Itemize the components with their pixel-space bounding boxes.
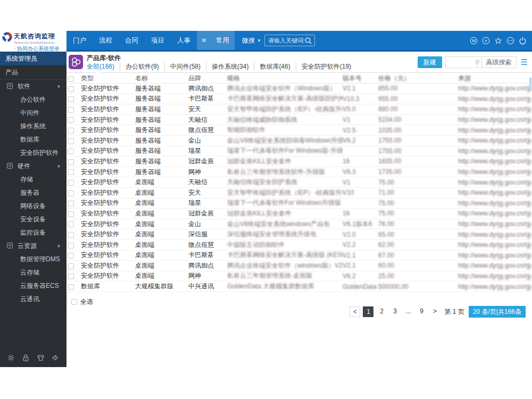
- sidebar-group-云资源[interactable]: 云资源▼: [0, 239, 66, 253]
- gear-icon[interactable]: [7, 354, 15, 362]
- table-row: 安全防护软件服务器端卡巴斯基卡巴斯基网络安全解决方案-高级版防护(KESB-AD…: [68, 94, 531, 104]
- cell-brand: 深信服: [188, 229, 227, 240]
- page-button-1[interactable]: 1: [363, 306, 373, 317]
- search-icon[interactable]: [304, 37, 312, 45]
- cell-source: http://www.dyrjg.gov.cn/rjjg/: [458, 219, 531, 229]
- tab-办公软件(9)[interactable]: 办公软件(9): [120, 62, 164, 71]
- row-checkbox[interactable]: [68, 117, 74, 123]
- row-checkbox[interactable]: [68, 148, 74, 154]
- nav-item-流程[interactable]: 流程: [93, 31, 119, 50]
- shirt-icon[interactable]: [37, 354, 45, 362]
- table-row: 安全防护软件服务器端安天安天智甲终端防护系统（IEP）-经典版升级包V5.088…: [68, 104, 531, 115]
- global-search-input[interactable]: [268, 37, 304, 44]
- row-checkbox[interactable]: [68, 211, 74, 217]
- sidebar-item-操作系统[interactable]: 操作系统: [0, 120, 66, 133]
- row-checkbox[interactable]: [68, 243, 74, 248]
- tab-中间件(58)[interactable]: 中间件(58): [164, 62, 206, 71]
- cell-price: 855.00: [378, 84, 458, 94]
- sidebar-section-product[interactable]: 产品: [0, 65, 66, 80]
- tab-全部(166)[interactable]: 全部(166): [87, 62, 120, 71]
- nav-item-合同[interactable]: 合同: [119, 31, 145, 50]
- table-row: 安全防护软件服务器端腾讯御点腾讯企业终端安全软件（Windows版）V2.185…: [68, 84, 531, 94]
- row-checkbox[interactable]: [68, 180, 74, 186]
- sidebar-item-服务器[interactable]: 服务器: [0, 186, 66, 200]
- row-checkbox[interactable]: [68, 232, 74, 238]
- sidebar-item-云通讯[interactable]: 云通讯: [0, 293, 66, 306]
- page-button-3[interactable]: 3: [389, 306, 400, 317]
- row-checkbox-cell: [68, 135, 81, 146]
- tab-数据库(46)[interactable]: 数据库(46): [254, 62, 295, 71]
- cell-name: 服务器端: [135, 156, 188, 167]
- row-checkbox[interactable]: [68, 221, 74, 227]
- star-icon[interactable]: [494, 37, 502, 45]
- scrollbar-thumb[interactable]: [529, 77, 531, 91]
- column-header-规格: 规格: [227, 74, 343, 84]
- tab-安全防护软件(19)[interactable]: 安全防护软件(19): [296, 62, 356, 71]
- cell-source: http://www.dyrjg.gov.cn/rjjg/: [458, 135, 531, 146]
- sidebar-group-软件[interactable]: 软件▼: [0, 80, 66, 93]
- cell-type: 安全防护软件: [81, 104, 135, 115]
- row-checkbox[interactable]: [68, 138, 74, 144]
- cell-type: 安全防护软件: [81, 229, 135, 240]
- m-circle-icon[interactable]: M: [470, 37, 478, 45]
- nav-item-项目[interactable]: 项目: [145, 31, 171, 50]
- list-view-icon[interactable]: ☰: [521, 56, 528, 68]
- sidebar-item-数据库[interactable]: 数据库: [0, 133, 66, 146]
- sidebar-item-数据管理DMS[interactable]: 数据管理DMS: [0, 253, 66, 266]
- cell-spec: 金山V8终端安全系统防病毒Windows升级服务: [227, 135, 343, 146]
- row-checkbox[interactable]: [68, 107, 74, 113]
- wesearch-dropdown[interactable]: 微搜 ▼: [242, 36, 261, 45]
- sidebar-item-安全设备[interactable]: 安全设备: [0, 213, 66, 226]
- row-checkbox[interactable]: [68, 169, 74, 175]
- hamburger-menu-icon[interactable]: ≡: [197, 31, 211, 50]
- row-checkbox[interactable]: [68, 201, 74, 206]
- table-search-input[interactable]: [446, 59, 473, 65]
- page-button-...[interactable]: ...: [403, 306, 413, 317]
- table-row: 安全防护软件服务器端冠群金辰冠群金辰KILL安全套件161635.00http:…: [68, 156, 531, 167]
- e-circle-icon[interactable]: e: [482, 37, 490, 45]
- row-checkbox[interactable]: [68, 128, 74, 134]
- more-circle-icon[interactable]: [506, 37, 514, 45]
- row-checkbox[interactable]: [68, 273, 74, 279]
- row-checkbox[interactable]: [68, 263, 74, 269]
- tab-操作系统(34)[interactable]: 操作系统(34): [206, 62, 254, 71]
- sidebar-group-硬件[interactable]: 硬件▼: [0, 160, 66, 173]
- sidebar-item-网络设备[interactable]: 网络设备: [0, 200, 66, 213]
- jump-current-page[interactable]: 1: [453, 308, 456, 315]
- table-row: 安全防护软件桌面端冠群金辰冠群金辰KILL安全套件1675.00http://w…: [68, 209, 531, 219]
- header-checkbox[interactable]: [68, 76, 74, 82]
- new-button[interactable]: 新建: [418, 56, 442, 68]
- sidebar-item-云存储[interactable]: 云存储: [0, 266, 66, 279]
- advanced-search-button[interactable]: 高级搜索: [482, 56, 517, 68]
- speaker-icon[interactable]: [52, 354, 60, 362]
- next-page-button[interactable]: >: [429, 306, 440, 317]
- sidebar-item-存储[interactable]: 存储: [0, 173, 66, 186]
- lock-icon[interactable]: [22, 354, 30, 362]
- page-size-badge[interactable]: 20 条/页|共166条: [469, 306, 526, 318]
- nav-item-人事[interactable]: 人事: [171, 31, 197, 50]
- cell-price: 75.00: [378, 198, 458, 209]
- select-all-checkbox[interactable]: [71, 299, 77, 305]
- sidebar-item-中间件[interactable]: 中间件: [0, 106, 66, 120]
- cell-type: 安全防护软件: [81, 209, 135, 219]
- cell-source: http://www.dyrjg.gov.cn/rjjg/: [458, 84, 531, 94]
- nav-item-门户[interactable]: 门户: [66, 31, 93, 50]
- power-icon[interactable]: [519, 37, 527, 45]
- sidebar-item-监控设备[interactable]: 监控设备: [0, 226, 66, 239]
- sidebar-item-云服务器ECS[interactable]: 云服务器ECS: [0, 279, 66, 293]
- row-checkbox[interactable]: [68, 96, 74, 102]
- prev-page-button[interactable]: <: [350, 306, 360, 317]
- tab-common[interactable]: 常用: [211, 31, 235, 50]
- cell-spec: 天融信终端安全防护系统: [227, 177, 343, 188]
- cell-brand: 天融信: [188, 177, 227, 188]
- sidebar-item-安全防护软件[interactable]: 安全防护软件: [0, 146, 66, 160]
- row-checkbox[interactable]: [68, 86, 74, 92]
- row-checkbox[interactable]: [68, 253, 74, 259]
- sidebar-item-办公软件[interactable]: 办公软件: [0, 93, 66, 106]
- page-button-2[interactable]: 2: [376, 306, 387, 317]
- row-checkbox[interactable]: [68, 284, 74, 290]
- cell-type: 安全防护软件: [81, 125, 135, 136]
- row-checkbox[interactable]: [68, 159, 74, 165]
- page-button-9[interactable]: 9: [416, 306, 427, 317]
- row-checkbox[interactable]: [68, 190, 74, 196]
